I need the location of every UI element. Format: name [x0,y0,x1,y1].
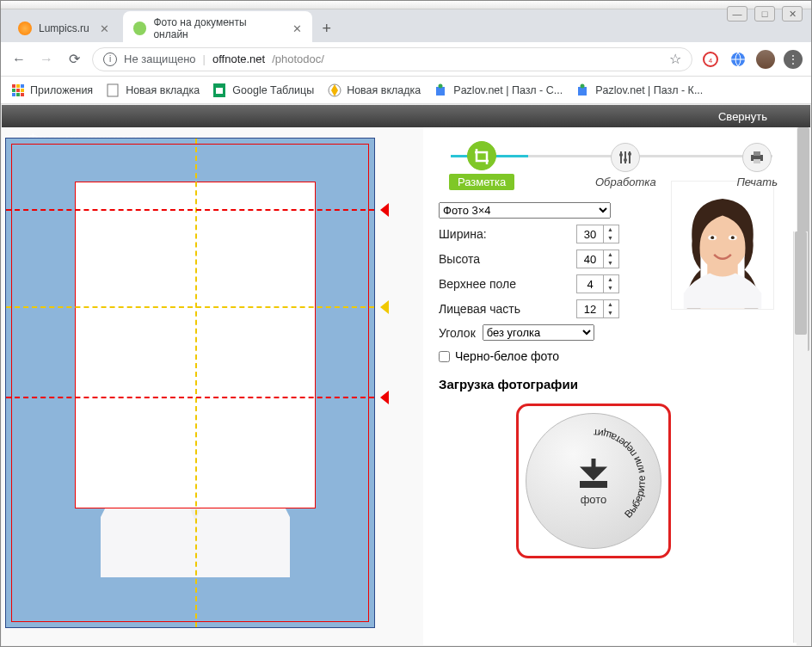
tab-close-icon[interactable]: ✕ [289,22,302,35]
top-margin-label: Верхнее поле [439,277,516,291]
photo-canvas-pane [2,127,423,645]
titlebar [1,1,811,9]
close-button[interactable]: ✕ [782,6,803,22]
extension-globe-icon[interactable] [729,50,747,69]
printer-icon [742,143,772,172]
favicon-icon [18,22,32,35]
guide-marker-icon[interactable] [380,203,389,217]
collapse-link[interactable]: Свернуть [718,110,767,123]
address-bar: ← → ⟳ i Не защищено | offnote.net/photod… [1,42,811,77]
bookmark-label: Приложения [30,84,93,96]
bookmark-label: Pazlov.net | Пазл - К... [595,84,703,96]
bookmark-item[interactable]: Новая вкладка [328,83,421,97]
tab-title: Lumpics.ru [39,22,89,34]
extension-adblock-icon[interactable]: 4 [701,50,720,69]
svg-rect-12 [108,84,118,96]
bookmark-item[interactable]: Новая вкладка [107,83,200,97]
tab-photodoc[interactable]: Фото на документы онлайн ✕ [123,11,312,46]
favicon-icon [133,22,147,35]
svg-rect-10 [16,93,20,96]
svg-rect-31 [754,159,760,163]
bookmark-label: Google Таблицы [232,84,314,96]
format-form: Фото 3×4 Ширина: ▲▼ Высота ▲▼ Верхнее по… [439,202,619,558]
new-tab-button[interactable]: + [316,17,338,40]
face-label: Лицевая часть [439,302,520,316]
svg-point-17 [439,83,443,88]
width-label: Ширина: [439,227,487,241]
reload-button[interactable]: ⟳ [65,50,83,69]
apps-shortcut[interactable]: Приложения [11,83,93,97]
bookmark-label: Новая вкладка [347,84,421,96]
svg-rect-6 [12,89,15,92]
chin-guide-line[interactable] [6,397,374,398]
svg-rect-8 [21,89,24,92]
step-markup[interactable]: Разметка [449,141,514,190]
svg-point-19 [581,83,585,88]
maximize-button[interactable]: □ [754,6,775,22]
tab-strip: Lumpics.ru ✕ Фото на документы онлайн ✕ … [1,9,811,42]
guide-marker-icon[interactable] [380,300,389,314]
face-input[interactable]: ▲▼ [576,299,619,318]
puzzle-icon [434,83,448,97]
top-margin-input[interactable]: ▲▼ [576,274,619,293]
sliders-icon [611,143,640,172]
format-select[interactable]: Фото 3×4 [439,202,611,219]
corner-select[interactable]: без уголка [483,324,594,341]
step-processing[interactable]: Обработка [595,143,656,188]
bookmark-item[interactable]: Pazlov.net | Пазл - С... [434,83,563,97]
width-input[interactable]: ▲▼ [576,225,619,243]
svg-rect-30 [754,151,760,156]
forward-button[interactable]: → [37,50,56,69]
window-controls: — □ ✕ [727,6,803,22]
bookmarks-bar: Приложения Новая вкладка Google Таблицы … [1,77,811,104]
settings-pane: Разметка Обработка Печать [423,127,810,645]
omnibox[interactable]: i Не защищено | offnote.net/photodoc/ ☆ [92,47,692,71]
step-print[interactable]: Печать [736,143,778,188]
svg-rect-3 [12,84,15,88]
bookmark-item[interactable]: Google Таблицы [213,83,314,97]
page-scrollbar[interactable] [793,231,808,643]
corner-label: Уголок [439,326,476,340]
bw-checkbox[interactable] [439,351,450,362]
center-vertical-guide [195,139,197,627]
top-guide-line[interactable] [6,209,374,211]
bookmark-label: Pazlov.net | Пазл - С... [453,84,563,96]
puzzle-icon [576,83,590,97]
url-path: /photodoc/ [272,52,324,65]
step-label: Печать [736,176,778,188]
svg-point-28 [628,152,631,156]
upload-heading: Загрузка фотографии [439,377,619,391]
step-label: Разметка [449,174,514,190]
page-content: Свернуть Фото на документы [2,105,810,645]
svg-text:4: 4 [709,57,713,65]
guide-marker-icon[interactable] [380,391,389,404]
svg-rect-9 [12,93,15,96]
upload-highlight: Выберите или перетащите сюда фото [516,404,671,558]
tab-title: Фото на документы онлайн [153,16,281,40]
tab-lumpics[interactable]: Lumpics.ru ✕ [8,16,120,40]
svg-point-34 [710,236,714,239]
upload-curve-text: Выберите или перетащите сюда [529,416,658,545]
svg-point-27 [624,158,627,162]
bookmark-star-icon[interactable]: ☆ [669,51,681,67]
height-input[interactable]: ▲▼ [576,250,619,268]
back-button[interactable]: ← [9,50,28,69]
menu-button[interactable]: ⋮ [784,50,803,69]
apps-icon [11,83,25,97]
minimize-button[interactable]: — [727,6,747,22]
tab-close-icon[interactable]: ✕ [96,22,109,35]
page-topbar: Свернуть [2,105,810,127]
photo-canvas[interactable] [5,138,375,628]
bookmark-label: Новая вкладка [126,84,200,96]
svg-rect-11 [21,93,24,96]
eye-guide-line[interactable] [6,306,374,308]
profile-avatar[interactable] [756,50,775,69]
bookmark-item[interactable]: Pazlov.net | Пазл - К... [576,83,703,97]
url-host: offnote.net [212,52,265,65]
site-info-icon[interactable]: i [103,52,117,66]
photo-preview [671,181,774,310]
bw-label: Черно-белое фото [455,349,559,363]
svg-rect-5 [21,84,24,88]
upload-button[interactable]: Выберите или перетащите сюда фото [526,413,661,549]
svg-point-26 [619,153,623,157]
